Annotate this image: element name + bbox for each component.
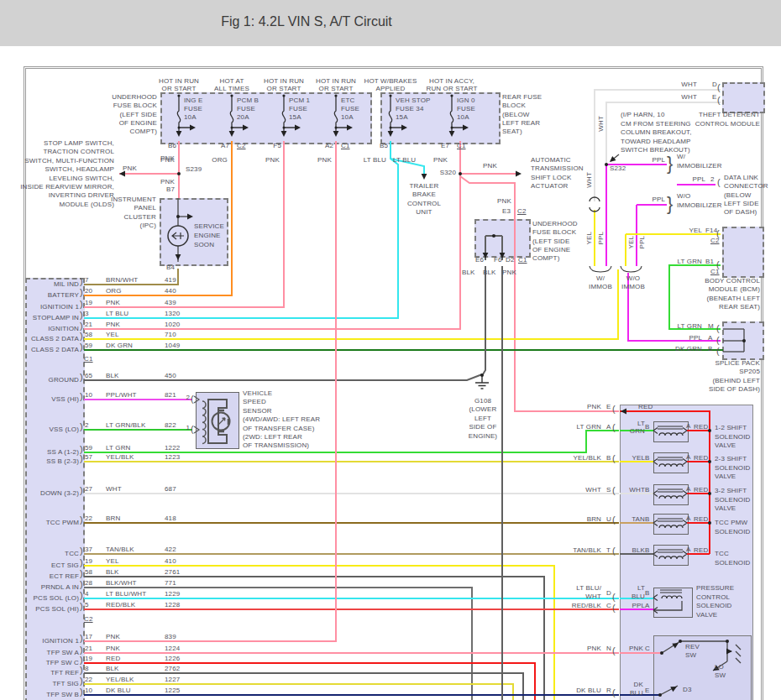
pin1-in-label: C [645, 645, 653, 652]
bracket-glyph: ) [80, 666, 83, 675]
out1-label: PNK [568, 645, 601, 652]
pin-label: 21 [85, 321, 102, 328]
rear-fb-label: REAR FUSE BLOCK (BELOW LEFT REAR SEAT) [502, 93, 561, 136]
pnk-s320-label: PNK [483, 162, 508, 170]
name-label: 1-2 SHIFT SOLENOID VALVE [715, 424, 761, 451]
pin-label: 17 [85, 633, 102, 640]
color-label: LT BLU [106, 310, 158, 317]
color-label: PNK [106, 299, 158, 306]
label-label: TCC PWM [8, 519, 79, 526]
color-label: LT BLU/WHT [106, 590, 158, 598]
color-label: YEL/BLK [106, 676, 158, 683]
pcm-c2-label: C2 [84, 615, 101, 623]
color-label: BLK/WHT [106, 579, 158, 587]
circuit-label: 439 [165, 299, 195, 306]
pin2-in-label: E [645, 687, 653, 694]
pressure-solenoid-coil [653, 588, 693, 618]
color-label: YEL [106, 557, 158, 565]
b4-label: B4 [156, 264, 175, 271]
bracket-glyph: ) [80, 645, 83, 655]
e3-label: E3 [494, 207, 511, 215]
solenoid-coil-0 [653, 421, 689, 442]
pin-label: 22 [85, 515, 102, 522]
circuit-label: 710 [165, 331, 195, 338]
circuit-label: 2761 [165, 568, 195, 576]
vss-connector [196, 392, 239, 449]
inside-label: LT GRN [618, 420, 645, 436]
label-label: IGNITIOIN 1 [8, 303, 79, 311]
color-label: BRN/WHT [106, 276, 158, 284]
vss-pin2-label: 2 [181, 394, 190, 401]
in-pin-label: B [645, 589, 653, 597]
label-label: PCS SOL (LO) [8, 594, 79, 602]
label-label: IGNITION [8, 325, 79, 332]
wht-e-label: WHT [670, 93, 697, 101]
label-label: TFT REF [8, 669, 79, 676]
pin-label: B5 [354, 142, 388, 149]
color-label: YEL/BLK [106, 453, 158, 461]
b7-label: B7 [156, 185, 175, 193]
label-label: ECT REF [8, 572, 79, 580]
label-label: MIL IND [8, 280, 79, 288]
f14-label: F14 [705, 227, 722, 234]
ufb2-label: UNDERHOOD FUSE BLOCK (LEFT SIDE OF ENGIN… [532, 220, 591, 263]
pin-in-label: B [645, 546, 655, 554]
wo-immobilizer-label: W/O IMMOBILIZER [677, 192, 736, 210]
ppl-dlc-label: PPL [680, 175, 705, 183]
wire-label: PNK [298, 156, 332, 164]
color-label: YEL [106, 331, 158, 338]
bracket-glyph: ( [716, 229, 720, 238]
bracket-glyph: ( [612, 688, 616, 697]
name-label: PRESSURE CONTROL SOLENOID VALVE [696, 584, 747, 619]
pin-label: 5 [85, 601, 102, 609]
circuit-label: 687 [165, 485, 195, 493]
name-label: VEH STOP FUSE 34 15A [396, 97, 431, 122]
pin-label: E7 [416, 142, 449, 149]
g108-label: G108 (LOWER LEFT SIDE OF ENGINE) [459, 397, 507, 441]
name-label: ING E FUSE 10A [184, 97, 219, 122]
pin-label: 28 [85, 579, 102, 587]
color-label: PNK [106, 645, 158, 652]
bracket-glyph: ( [716, 260, 720, 269]
bracket-glyph: ( [612, 423, 616, 432]
in2-label: DK BLU [616, 681, 643, 697]
label-label: CLASS 2 DATA [8, 335, 79, 342]
pnk-e-label: PNK [568, 403, 601, 410]
yel-rot1-label: YEL [585, 232, 595, 245]
circuit-label: 1228 [165, 601, 195, 609]
bracket-glyph: ( [612, 646, 616, 656]
circuit-label: 771 [165, 579, 195, 587]
s232-label: S232 [610, 165, 635, 172]
bracket-glyph: ) [80, 288, 83, 297]
pin-label: 59 [85, 342, 102, 349]
color-label: BLK [106, 372, 158, 379]
color-label: BRN [106, 515, 158, 522]
red-label: RED [694, 515, 714, 523]
yel-f14-label: YEL [677, 227, 702, 234]
vss-pin1-label: 1 [181, 424, 190, 431]
label-label: SS A (1-2) [8, 448, 79, 456]
bracket-glyph: ) [80, 454, 83, 463]
pin-in-label: B [645, 423, 655, 431]
pcm-c1-label: C1 [84, 355, 101, 363]
bracket-glyph: ) [80, 634, 83, 643]
pin-label: 19 [85, 557, 102, 565]
stop-list-label: STOP LAMP SWITCH, TRACTION CONTROL SWITC… [0, 139, 114, 209]
bracket-glyph: ( [612, 454, 616, 463]
circuit-label: 1020 [165, 321, 195, 328]
name-label: TCC PMW SOLENOID [715, 519, 761, 536]
ppl-wo-label: PPL [640, 196, 665, 203]
bracket-glyph: ) [80, 422, 83, 431]
pin-label: 65 [85, 372, 102, 379]
red-label: RED [694, 454, 714, 462]
circuit-label: 1320 [165, 310, 195, 317]
solenoid-coil-3 [653, 514, 689, 535]
bracket-glyph: ( [612, 546, 616, 556]
circuit-label: 1226 [165, 655, 195, 662]
pin-label: 58 [85, 331, 102, 338]
out2-label: DK BLU [564, 687, 601, 694]
bracket-glyph: ) [80, 676, 83, 686]
b1-label: B1 [705, 258, 722, 265]
ltgrn-m-label: LT GRN [672, 322, 702, 330]
red-label: RED [694, 546, 714, 554]
